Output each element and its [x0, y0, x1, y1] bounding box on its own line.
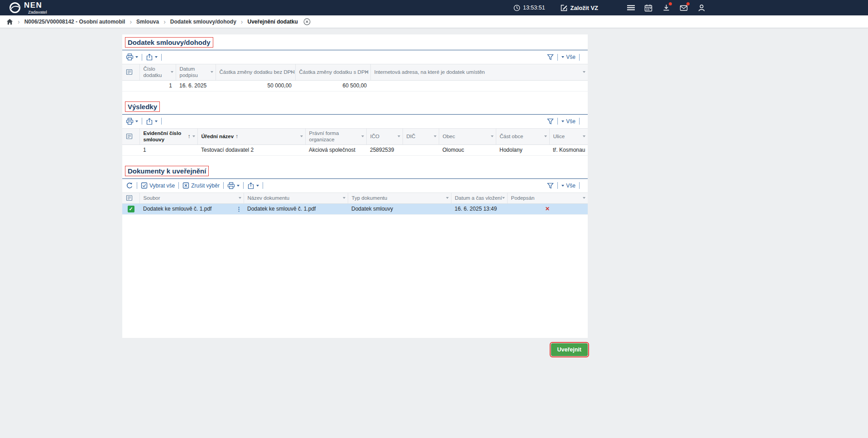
refresh-button[interactable] [126, 182, 133, 189]
print-button[interactable] [227, 182, 240, 189]
dodatek-row[interactable]: 1 16. 6. 2025 50 000,00 60 500,00 [122, 80, 588, 91]
column-header-typ-dokumentu[interactable]: Typ dokumentu [348, 193, 451, 203]
chevron-down-icon[interactable] [256, 185, 259, 187]
chevron-down-icon[interactable] [237, 185, 240, 187]
column-header-soubor[interactable]: Soubor [139, 193, 244, 203]
column-settings-icon[interactable] [122, 128, 139, 144]
column-header-uredni-nazev[interactable]: Úřední název↑ [197, 128, 305, 144]
cell-cislo-dodatku: 1 [139, 80, 176, 91]
filter-icon[interactable] [446, 197, 449, 199]
chevron-down-icon[interactable] [155, 56, 158, 58]
column-header-nazev-dokumentu[interactable]: Název dokumentu [244, 193, 348, 203]
chevron-down-icon[interactable] [155, 120, 158, 122]
filter-icon[interactable] [583, 197, 585, 199]
select-all-button[interactable]: Vybrat vše [141, 182, 175, 189]
breadcrumb: › N006/25/V00008142 - Osobní automobil ›… [0, 15, 868, 28]
column-header-internetova-adresa[interactable]: Internetová adresa, na které je dodatek … [370, 64, 588, 81]
filter-button[interactable] [547, 54, 554, 60]
column-header-datum-podpisu[interactable]: Datum podpisu [176, 64, 216, 81]
column-header-datum-vlozeni[interactable]: Datum a čas vložení [451, 193, 507, 203]
breadcrumb-item-smlouva[interactable]: Smlouva [136, 19, 159, 25]
filter-icon[interactable] [361, 135, 364, 137]
mail-icon[interactable] [679, 4, 688, 12]
filter-icon[interactable] [583, 135, 585, 137]
vysledky-row[interactable]: 1 Testovací dodavatel 2 Akciová společno… [122, 144, 588, 155]
column-header-dic[interactable]: DIČ [403, 128, 439, 144]
chevron-down-icon [561, 56, 564, 58]
export-button[interactable] [146, 53, 158, 61]
column-header-podepsan[interactable]: Podepsán [507, 193, 588, 203]
print-button[interactable] [126, 53, 138, 61]
sort-asc-icon: ↑ [235, 133, 238, 140]
column-header-cast-obce[interactable]: Část obce [496, 128, 549, 144]
filter-icon[interactable] [583, 71, 585, 73]
section-title: Dokumenty k uveřejnění [125, 166, 209, 176]
dokument-row[interactable]: ✓ Dodatek ke smlouvě č. 1.pdf ⋮ Dodatek … [122, 203, 588, 214]
breadcrumb-item-procurement[interactable]: N006/25/V00008142 - Osobní automobil [24, 19, 125, 25]
view-all-dropdown[interactable]: Vše [561, 183, 575, 189]
calendar-icon[interactable] [644, 4, 653, 12]
export-button[interactable] [247, 182, 259, 189]
export-button[interactable] [146, 118, 158, 125]
filter-button[interactable] [547, 183, 554, 189]
filter-icon[interactable] [502, 197, 505, 199]
cell-dic [403, 144, 439, 155]
toolbar-divider [557, 182, 558, 189]
user-icon[interactable] [697, 4, 706, 12]
view-all-dropdown[interactable]: Vše [561, 54, 575, 60]
content-panel: Dodatek smlouvy/dohody [122, 34, 588, 338]
menu-icon[interactable] [626, 4, 635, 12]
column-header-cislo-dodatku[interactable]: Číslo dodatku [139, 64, 176, 81]
publish-button[interactable]: Uveřejnit [551, 343, 588, 356]
column-header-evidencni-cislo[interactable]: Evidenční číslo smlouvy ↑ [139, 128, 197, 144]
column-header-pravni-forma[interactable]: Právní forma organizace [305, 128, 366, 144]
notification-badge [686, 2, 690, 5]
toolbar-divider [223, 182, 224, 189]
column-header-ico[interactable]: IČO [366, 128, 403, 144]
create-vz-button[interactable]: Založit VZ [561, 4, 598, 11]
filter-icon[interactable] [343, 197, 345, 199]
column-settings-icon[interactable] [122, 193, 139, 203]
filter-icon[interactable] [434, 135, 436, 137]
vysledky-toolbar: Vše [122, 115, 588, 128]
clear-selection-button[interactable]: Zrušit výběr [182, 182, 220, 189]
home-icon[interactable] [6, 19, 13, 25]
section-dodatek: Dodatek smlouvy/dohody [122, 34, 588, 91]
section-dokumenty: Dokumenty k uveřejnění Vybrat vše [122, 163, 588, 338]
filter-icon[interactable] [544, 135, 547, 137]
print-button[interactable] [126, 118, 138, 125]
filter-button[interactable] [547, 118, 554, 125]
chevron-right-icon: › [163, 18, 166, 25]
toolbar-divider [557, 118, 558, 125]
filter-icon[interactable] [192, 135, 195, 137]
filter-icon[interactable] [211, 71, 213, 73]
column-settings-icon[interactable] [122, 64, 139, 81]
chevron-down-icon[interactable] [135, 56, 138, 58]
column-header-obec[interactable]: Obec [439, 128, 496, 144]
filter-icon[interactable] [300, 135, 303, 137]
toolbar-divider [137, 182, 137, 189]
filter-icon[interactable] [290, 71, 293, 73]
filter-icon[interactable] [239, 197, 241, 199]
column-header-castka-bez-dph[interactable]: Částka změny dodatku bez DPH [216, 64, 295, 81]
nen-logo-icon [9, 2, 21, 14]
close-icon[interactable] [303, 18, 311, 25]
download-icon[interactable] [662, 4, 671, 12]
nen-logo[interactable]: NEN Zadavatel [9, 1, 47, 14]
brand-name: NEN [24, 1, 47, 9]
column-header-ulice[interactable]: Ulice [549, 128, 588, 144]
chevron-down-icon [561, 120, 564, 122]
column-header-castka-s-dph[interactable]: Částka změny dodatku s DPH [295, 64, 370, 81]
filter-icon[interactable] [398, 135, 400, 137]
breadcrumb-item-dodatek[interactable]: Dodatek smlouvy/dohody [170, 19, 236, 25]
dodatek-header-row: Číslo dodatku Datum podpisu Částka změny… [122, 64, 588, 81]
filter-icon[interactable] [491, 135, 494, 137]
filter-icon[interactable] [365, 71, 368, 73]
row-menu-icon[interactable]: ⋮ [236, 206, 242, 212]
chevron-down-icon[interactable] [135, 120, 138, 122]
filter-icon[interactable] [171, 71, 173, 73]
row-checkbox-checked[interactable]: ✓ [128, 206, 134, 212]
empty-table-area [122, 215, 588, 338]
view-all-dropdown[interactable]: Vše [561, 118, 575, 125]
top-bar: NEN Zadavatel 13:53:51 Založit VZ [0, 0, 868, 15]
